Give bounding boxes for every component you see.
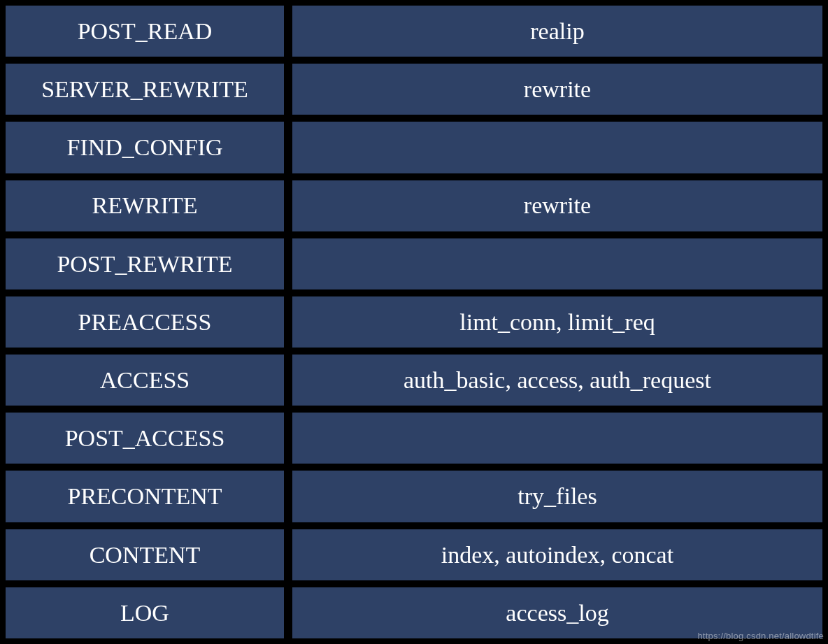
modules-cell: rewrite (292, 64, 822, 115)
phase-cell: PRECONTENT (6, 471, 284, 522)
phase-cell: POST_REWRITE (6, 238, 284, 289)
phase-cell: ACCESS (6, 355, 284, 406)
modules-cell: limt_conn, limit_req (292, 296, 822, 348)
modules-cell (292, 413, 822, 464)
phase-cell: SERVER_REWRITE (6, 64, 284, 115)
modules-cell: try_files (292, 471, 822, 522)
modules-cell (292, 122, 822, 173)
phase-cell: FIND_CONFIG (6, 122, 284, 173)
phase-cell: PREACCESS (6, 296, 284, 348)
phase-cell: REWRITE (6, 180, 284, 231)
modules-cell: auth_basic, access, auth_request (292, 355, 822, 406)
modules-cell: rewrite (292, 180, 822, 231)
phase-cell: POST_READ (6, 6, 284, 57)
modules-cell (292, 238, 822, 289)
modules-cell: index, autoindex, concat (292, 529, 822, 580)
phase-cell: POST_ACCESS (6, 413, 284, 464)
phase-modules-table: POST_READ realip SERVER_REWRITE rewrite … (0, 0, 828, 644)
modules-cell: access_log (292, 587, 822, 638)
modules-cell: realip (292, 6, 822, 57)
phase-cell: LOG (6, 587, 284, 638)
phase-cell: CONTENT (6, 529, 284, 580)
